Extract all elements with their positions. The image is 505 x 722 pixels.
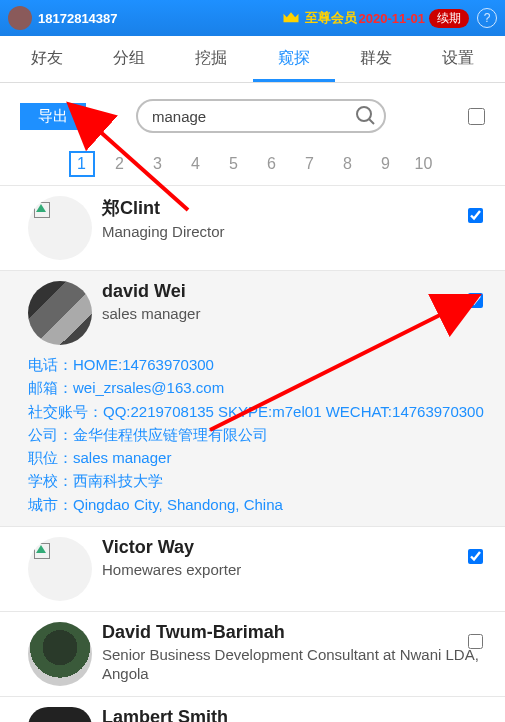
search-box xyxy=(136,99,386,133)
renew-button[interactable]: 续期 xyxy=(429,9,469,28)
help-icon[interactable]: ? xyxy=(477,8,497,28)
page-6[interactable]: 6 xyxy=(259,151,285,177)
page-7[interactable]: 7 xyxy=(297,151,323,177)
vip-label: 至尊会员 xyxy=(305,9,357,27)
detail-phone: 电话：HOME:14763970300 xyxy=(28,353,485,376)
list-item[interactable]: 郑Clint Managing Director xyxy=(0,185,505,270)
contact-title: sales manager xyxy=(102,304,485,324)
user-id: 18172814387 xyxy=(38,11,118,26)
select-all-checkbox[interactable] xyxy=(468,108,485,125)
search-input[interactable] xyxy=(152,108,354,125)
toolbar: 导出 xyxy=(0,83,505,141)
svg-line-1 xyxy=(369,119,374,124)
contact-details: 电话：HOME:14763970300 邮箱：wei_zrsales@163.c… xyxy=(28,353,485,516)
tab-friends[interactable]: 好友 xyxy=(6,36,88,82)
detail-email: 邮箱：wei_zrsales@163.com xyxy=(28,376,485,399)
detail-city: 城市：Qingdao City, Shandong, China xyxy=(28,493,485,516)
avatar xyxy=(28,537,92,601)
item-checkbox[interactable] xyxy=(468,293,483,308)
item-checkbox[interactable] xyxy=(468,549,483,564)
export-button[interactable]: 导出 xyxy=(20,103,86,130)
contact-list: 郑Clint Managing Director david Wei sales… xyxy=(0,185,505,722)
list-item[interactable]: David Twum-Barimah Senior Business Devel… xyxy=(0,611,505,696)
contact-title: Managing Director xyxy=(102,222,485,242)
contact-title: Homewares exporter xyxy=(102,560,485,580)
contact-title: Senior Business Development Consultant a… xyxy=(102,645,485,684)
item-checkbox[interactable] xyxy=(468,208,483,223)
contact-name: 郑Clint xyxy=(102,196,485,220)
tab-groups[interactable]: 分组 xyxy=(88,36,170,82)
contact-name: Victor Way xyxy=(102,537,485,558)
page-4[interactable]: 4 xyxy=(183,151,209,177)
contact-name: david Wei xyxy=(102,281,485,302)
page-2[interactable]: 2 xyxy=(107,151,133,177)
list-item[interactable]: Victor Way Homewares exporter xyxy=(0,526,505,611)
search-button[interactable] xyxy=(354,104,378,128)
page-9[interactable]: 9 xyxy=(373,151,399,177)
app-header: 18172814387 至尊会员 2020-11-01 续期 ? xyxy=(0,0,505,36)
user-avatar-small[interactable] xyxy=(8,6,32,30)
avatar xyxy=(28,622,92,686)
pagination: 1 2 3 4 5 6 7 8 9 10 xyxy=(0,141,505,185)
svg-point-0 xyxy=(357,107,371,121)
tab-mining[interactable]: 挖掘 xyxy=(170,36,252,82)
avatar xyxy=(28,281,92,345)
page-3[interactable]: 3 xyxy=(145,151,171,177)
avatar xyxy=(28,196,92,260)
page-8[interactable]: 8 xyxy=(335,151,361,177)
page-10[interactable]: 10 xyxy=(411,151,437,177)
detail-position: 职位：sales manager xyxy=(28,446,485,469)
page-1[interactable]: 1 xyxy=(69,151,95,177)
tab-settings[interactable]: 设置 xyxy=(417,36,499,82)
item-checkbox[interactable] xyxy=(468,634,483,649)
list-item[interactable]: david Wei sales manager 电话：HOME:14763970… xyxy=(0,270,505,526)
vip-expiry: 2020-11-01 xyxy=(359,11,426,26)
page-5[interactable]: 5 xyxy=(221,151,247,177)
tab-spy[interactable]: 窥探 xyxy=(253,36,335,82)
contact-name: Lambert Smith xyxy=(102,707,485,722)
detail-social: 社交账号：QQ:2219708135 SKYPE:m7el01 WECHAT:1… xyxy=(28,400,485,423)
detail-company: 公司：金华佳程供应链管理有限公司 xyxy=(28,423,485,446)
list-item[interactable]: Lambert Smith xyxy=(0,696,505,722)
nav-tabs: 好友 分组 挖掘 窥探 群发 设置 xyxy=(0,36,505,83)
crown-icon xyxy=(281,8,301,28)
avatar xyxy=(28,707,92,722)
detail-school: 学校：西南科技大学 xyxy=(28,469,485,492)
tab-broadcast[interactable]: 群发 xyxy=(335,36,417,82)
contact-name: David Twum-Barimah xyxy=(102,622,485,643)
